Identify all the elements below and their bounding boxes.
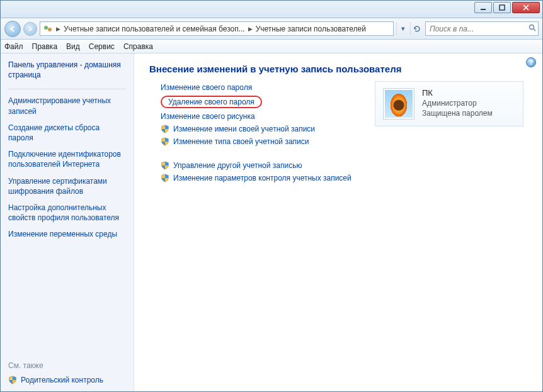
chevron-right-icon: ▶ [55,26,61,32]
sidebar-bottom: См. также Родительский контроль [8,355,126,385]
search-box[interactable] [425,21,539,36]
highlight-delete-password: Удаление своего пароля [161,96,262,108]
link-delete-password[interactable]: Удаление своего пароля [168,98,254,106]
minimize-icon [480,4,486,11]
svg-point-6 [530,25,534,30]
control-panel-window: ▶ Учетные записи пользователей и семейна… [0,0,543,392]
sidebar-item-online-ids[interactable]: Подключение идентификаторов пользователе… [8,149,126,169]
menu-view[interactable]: Вид [66,42,80,51]
svg-rect-0 [481,9,486,10]
sidebar: Панель управления - домашняя страница Ад… [1,53,134,391]
link-change-picture[interactable]: Изменение своего рисунка [161,112,255,121]
link-change-password[interactable]: Изменение своего пароля [161,83,252,92]
divider [8,89,126,89]
svg-line-7 [534,29,535,31]
main-content: ? Внесение изменений в учетную запись по… [134,53,542,391]
body: Панель управления - домашняя страница Ад… [1,53,542,391]
menu-tools[interactable]: Сервис [89,42,115,51]
titlebar [1,1,542,18]
svg-point-5 [48,28,52,31]
breadcrumb-level1[interactable]: Учетные записи пользователей и семейная … [64,25,245,33]
arrow-right-icon [27,26,33,32]
sidebar-item-reset-disk[interactable]: Создание дискеты сброса пароля [8,123,126,143]
user-name: ПК [422,88,493,98]
sidebar-item-profile-props[interactable]: Настройка дополнительных свойств профиля… [8,203,126,223]
search-icon [529,24,536,33]
chevron-right-icon: ▶ [248,26,253,32]
control-panel-home-link[interactable]: Панель управления - домашняя страница [8,60,126,80]
shield-icon [161,161,169,170]
user-tile: ПК Администратор Защищена паролем [375,81,523,126]
menu-edit[interactable]: Правка [32,42,58,51]
address-tools: ▾ [396,22,423,35]
minimize-button[interactable] [474,2,492,13]
sidebar-item-env-vars[interactable]: Изменение переменных среды [8,229,126,239]
sidebar-item-parental[interactable]: Родительский контроль [21,375,103,385]
page-title: Внесение изменений в учетную запись поль… [149,64,527,74]
help-button[interactable]: ? [526,57,536,67]
user-protected: Защищена паролем [422,109,493,118]
forward-button[interactable] [23,22,37,36]
see-also-label: См. также [8,361,126,370]
sidebar-links: Администрирование учетных записей Создан… [8,96,126,239]
address-dropdown-button[interactable]: ▾ [396,22,409,35]
chevron-down-icon: ▾ [401,25,405,33]
svg-point-4 [44,26,48,30]
navbar: ▶ Учетные записи пользователей и семейна… [1,18,542,40]
breadcrumb-level2[interactable]: Учетные записи пользователей [256,25,366,33]
refresh-button[interactable] [410,22,423,35]
menubar: Файл Правка Вид Сервис Справка [1,40,542,53]
address-bar[interactable]: ▶ Учетные записи пользователей и семейна… [40,21,394,36]
shield-icon [161,137,169,146]
user-info: ПК Администратор Защищена паролем [422,88,493,118]
avatar-flower-icon [385,90,413,118]
search-input[interactable] [428,24,526,34]
menu-help[interactable]: Справка [123,42,153,51]
refresh-icon [413,25,421,33]
close-icon [522,4,530,11]
close-button[interactable] [512,2,540,13]
arrow-left-icon [9,25,16,33]
link-change-type[interactable]: Изменение типа своей учетной записи [173,137,309,146]
user-accounts-icon [43,24,53,34]
menu-file[interactable]: Файл [4,42,23,51]
maximize-icon [499,4,505,11]
sidebar-item-manage-accounts[interactable]: Администрирование учетных записей [8,96,126,116]
shield-icon [161,174,169,182]
back-button[interactable] [4,21,21,37]
link-change-name[interactable]: Изменение имени своей учетной записи [173,125,315,133]
shield-icon [161,125,169,133]
link-uac-settings[interactable]: Изменение параметров контроля учетных за… [173,174,352,182]
link-manage-other[interactable]: Управление другой учетной записью [173,161,302,170]
sidebar-item-certs[interactable]: Управление сертификатами шифрования файл… [8,176,126,196]
avatar-frame [383,88,414,120]
maximize-button[interactable] [493,2,511,13]
svg-rect-1 [500,5,505,10]
shield-icon [8,376,17,384]
user-role: Администратор [422,99,493,108]
